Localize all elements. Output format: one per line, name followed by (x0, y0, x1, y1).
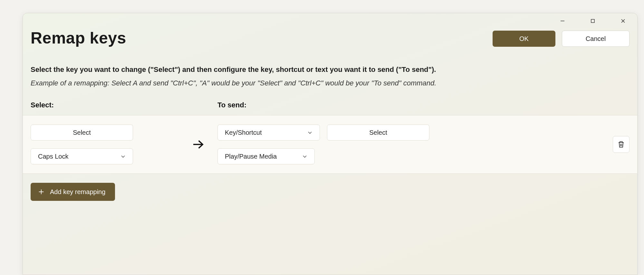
send-type-value: Key/Shortcut (225, 129, 262, 136)
remap-keys-dialog: Remap keys OK Cancel Select the key you … (23, 13, 638, 275)
chevron-down-icon (120, 154, 126, 159)
target-key-dropdown[interactable]: Play/Pause Media (217, 148, 315, 164)
chevron-down-icon (307, 130, 312, 135)
remap-row: Select Caps Lock Key/Shortcut (23, 115, 637, 174)
column-headers: Select: To send: (31, 101, 630, 115)
plus-icon (38, 188, 45, 195)
delete-row-button[interactable] (613, 136, 630, 153)
trash-icon (617, 141, 625, 148)
dialog-title: Remap keys (31, 29, 126, 47)
maximize-button[interactable] (586, 16, 599, 26)
minimize-icon (560, 18, 565, 24)
add-remapping-label: Add key remapping (50, 188, 105, 196)
source-select-button[interactable]: Select (31, 124, 133, 141)
svg-rect-1 (591, 19, 594, 23)
source-key-dropdown[interactable]: Caps Lock (31, 148, 133, 164)
col-header-to-send: To send: (217, 101, 630, 109)
cancel-button[interactable]: Cancel (562, 31, 630, 47)
ok-button[interactable]: OK (493, 31, 555, 47)
close-icon (620, 18, 626, 24)
titlebar (23, 13, 637, 26)
arrow-right-icon (192, 138, 205, 151)
chevron-down-icon (302, 154, 307, 159)
target-key-value: Play/Pause Media (225, 153, 277, 160)
send-type-dropdown[interactable]: Key/Shortcut (217, 124, 320, 141)
col-header-select: Select: (31, 101, 217, 109)
maximize-icon (590, 18, 595, 24)
source-key-value: Caps Lock (38, 153, 69, 160)
add-remapping-button[interactable]: Add key remapping (31, 183, 115, 201)
minimize-button[interactable] (556, 16, 569, 26)
close-button[interactable] (617, 16, 630, 26)
example-text: Example of a remapping: Select A and sen… (31, 79, 630, 87)
instruction-text: Select the key you want to change ("Sele… (31, 65, 630, 74)
target-select-button[interactable]: Select (327, 124, 429, 141)
